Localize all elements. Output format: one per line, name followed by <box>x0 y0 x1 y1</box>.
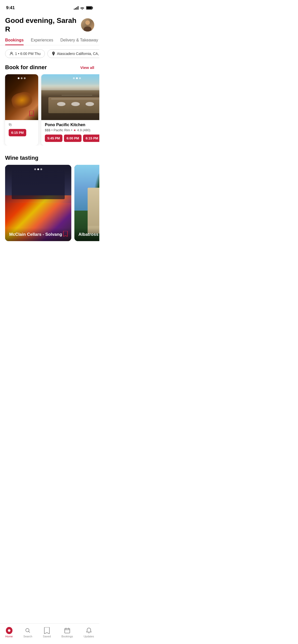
svg-point-3 <box>11 52 12 54</box>
restaurant-name-pono: Pono Pacific Kitchen <box>45 123 99 127</box>
wine-tasting-header: Wine tasting <box>0 153 99 165</box>
wine-tasting-section: Wine tasting McClain Cellars - Solvang <box>0 153 99 241</box>
dot <box>79 77 81 79</box>
book-dinner-title: Book for dinner <box>5 64 47 71</box>
main-tabs: Bookings Experiences Delivery & Takeaway <box>0 35 99 45</box>
battery-icon <box>86 6 93 10</box>
dot <box>21 77 23 79</box>
location-filter-text: Atascadero California, CA, United St <box>57 52 99 56</box>
card-dots-1 <box>18 77 26 79</box>
card-image-1 <box>5 74 38 120</box>
bookmark-icon-mcclain <box>63 231 68 237</box>
card-meta-pono: $$$ • Pacific Rim • ★ 4.9 (480) <box>45 128 99 132</box>
restaurant-card-1[interactable]: 9) 6:15 PM <box>5 74 38 145</box>
location-icon <box>52 52 55 56</box>
status-bar: 9:41 <box>0 0 99 12</box>
person-icon <box>9 52 13 56</box>
wine-card-overlay-albatross: Albatross Rid <box>74 228 99 241</box>
cuisine-text-pono: Pacific Rim <box>53 128 70 132</box>
book-dinner-header: Book for dinner View all <box>0 62 99 74</box>
wine-venue-name-mcclain: McClain Cellars - Solvang <box>9 232 67 237</box>
svg-rect-1 <box>87 7 92 9</box>
wifi-icon <box>80 6 85 10</box>
guests-filter[interactable]: 1 • 6:00 PM Thu <box>5 49 45 58</box>
time-slots-1: 6:15 PM <box>9 129 35 136</box>
avatar[interactable] <box>81 18 94 32</box>
dot <box>34 168 36 170</box>
bookmark-icon-1 <box>29 111 34 116</box>
restaurant-card-pono[interactable]: Pono Pacific Kitchen $$$ • Pacific Rim •… <box>41 74 99 145</box>
dot <box>76 77 78 79</box>
dinner-cards-scroll: 9) 6:15 PM <box>0 74 99 145</box>
tab-experiences[interactable]: Experiences <box>31 35 53 45</box>
price-text-pono: $$$ <box>45 128 50 132</box>
wine-bookmark-mcclain[interactable] <box>63 231 68 238</box>
filters-bar: 1 • 6:00 PM Thu Atascadero California, C… <box>0 45 99 62</box>
location-filter[interactable]: Atascadero California, CA, United St <box>47 49 99 58</box>
signal-icon <box>74 6 78 10</box>
time-slots-pono: 5:45 PM 6:00 PM 6:15 PM <box>45 135 99 142</box>
dot <box>40 168 42 170</box>
tab-delivery[interactable]: Delivery & Takeaway <box>60 35 98 45</box>
wine-card-dots-mcclain <box>34 168 42 170</box>
card-image-pono <box>41 74 99 120</box>
time-slot-600[interactable]: 6:00 PM <box>64 135 82 142</box>
greeting-text: Good evening, Sarah R <box>5 16 81 33</box>
tab-bookings[interactable]: Bookings <box>5 35 24 45</box>
separator2: • <box>71 128 72 132</box>
star-icon-pono: ★ <box>73 128 76 132</box>
time-slot[interactable]: 6:15 PM <box>9 129 26 136</box>
wine-cards-scroll: McClain Cellars - Solvang Albatross <box>0 165 99 241</box>
svg-rect-2 <box>92 7 93 9</box>
wine-card-mcclain[interactable]: McClain Cellars - Solvang <box>5 165 71 241</box>
dot <box>37 168 39 170</box>
wine-tasting-title: Wine tasting <box>5 155 38 161</box>
dot <box>73 77 75 79</box>
dot <box>18 77 20 79</box>
wine-card-overlay-mcclain: McClain Cellars - Solvang <box>5 228 71 241</box>
wine-venue-name-albatross: Albatross Rid <box>78 232 99 237</box>
status-icons <box>74 6 93 10</box>
card-meta-1: 9) <box>9 123 35 126</box>
bookmark-button-1[interactable] <box>28 109 36 118</box>
rating-text-1: 9) <box>9 123 12 126</box>
card-dots-pono <box>73 77 81 79</box>
status-time: 9:41 <box>6 5 15 10</box>
header: Good evening, Sarah R <box>0 12 99 35</box>
guests-filter-text: 1 • 6:00 PM Thu <box>15 52 40 56</box>
card-info-pono: Pono Pacific Kitchen $$$ • Pacific Rim •… <box>41 120 99 145</box>
time-slot-545[interactable]: 5:45 PM <box>45 135 62 142</box>
card-info-1: 9) 6:15 PM <box>5 120 38 140</box>
view-all-dinner[interactable]: View all <box>80 65 94 70</box>
dot <box>24 77 26 79</box>
separator: • <box>51 128 53 132</box>
time-slot-615[interactable]: 6:15 PM <box>83 135 99 142</box>
rating-pono: 4.9 (480) <box>77 128 90 132</box>
wine-card-albatross[interactable]: Albatross Rid <box>74 165 99 241</box>
